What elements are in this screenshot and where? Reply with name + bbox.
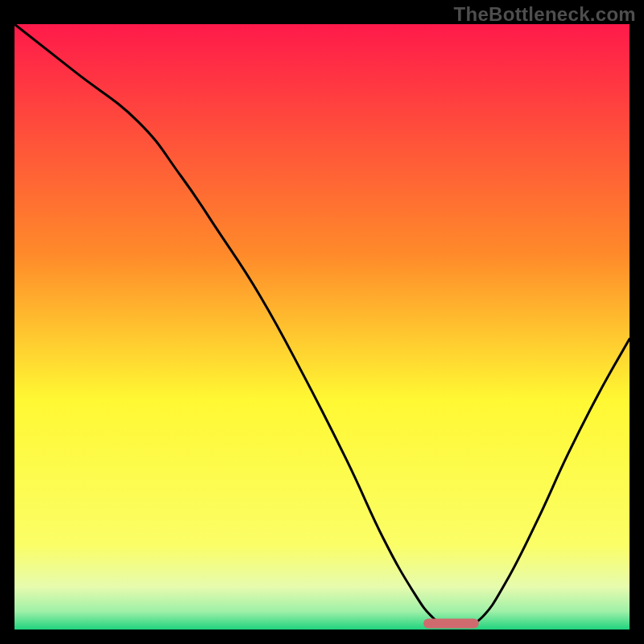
bottleneck-chart: [14, 24, 630, 630]
plot-area: [14, 24, 630, 630]
optimal-range-marker: [423, 618, 479, 628]
chart-frame: TheBottleneck.com: [0, 0, 644, 644]
gradient-background: [14, 24, 630, 630]
watermark-text: TheBottleneck.com: [454, 3, 636, 26]
